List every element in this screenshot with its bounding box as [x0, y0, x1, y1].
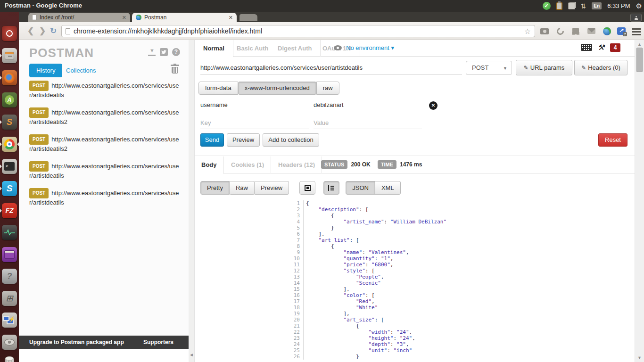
reset-button[interactable]: Reset [598, 133, 627, 147]
apps-extension-icon[interactable] [571, 26, 580, 36]
system-monitor-icon[interactable] [2, 225, 17, 240]
view-pretty-button[interactable]: Pretty [200, 181, 230, 195]
tab-normal[interactable]: Normal [195, 40, 233, 57]
ubuntu-dash-icon[interactable] [2, 26, 17, 41]
network-arrows-icon[interactable]: ⇅ [581, 3, 586, 9]
delete-param-icon[interactable]: ✕ [429, 101, 438, 110]
view-raw-button[interactable]: Raw [230, 181, 255, 195]
analytics-extension-icon[interactable]: ? [617, 26, 626, 36]
tab-form-data[interactable]: form-data [198, 82, 238, 95]
media-app-icon[interactable] [2, 247, 17, 262]
new-tab-button[interactable] [239, 14, 257, 21]
clipboard-icon[interactable] [556, 2, 562, 10]
scroll-down-icon[interactable]: ▼ [637, 355, 642, 360]
chrome-icon[interactable] [2, 137, 17, 152]
screenshot-extension-icon[interactable] [555, 26, 565, 36]
tab-close-icon[interactable]: ✕ [122, 15, 126, 21]
back-icon[interactable]: ❮ [27, 26, 34, 36]
clock[interactable]: 6:33 PM [607, 2, 630, 9]
line-number: 17 [291, 298, 304, 304]
scroll-up-icon[interactable]: ▲ [637, 42, 642, 47]
url-params-button[interactable]: ✎URL params [516, 60, 572, 75]
menu-icon[interactable] [632, 26, 641, 36]
history-item[interactable]: POSThttp://www.eastonartgalleries.com/se… [29, 107, 181, 126]
notes-icon[interactable] [568, 2, 575, 9]
new-value-input[interactable] [314, 117, 422, 129]
browser-tab-postman[interactable]: Postman ✕ [132, 13, 237, 22]
fullscreen-button[interactable] [299, 181, 315, 195]
collapse-sidebar-icon[interactable]: ◄ [189, 352, 194, 357]
response-body-code[interactable]: 1{2 "description": [3 {4 "artist_name": … [291, 200, 631, 360]
download-icon[interactable] [148, 49, 156, 56]
sidebar-resize-gutter[interactable]: ◄ [189, 40, 195, 362]
line-number: 12 [291, 268, 304, 274]
tab-collections[interactable]: Collections [66, 67, 96, 74]
tab-headers[interactable]: Headers (12) [272, 156, 322, 173]
disk-utility-icon[interactable] [2, 335, 17, 350]
trash-icon[interactable] [2, 356, 17, 362]
new-key-input[interactable] [200, 117, 309, 129]
sublime-text-icon[interactable]: S [2, 115, 17, 130]
method-select[interactable]: POST▼ [466, 61, 512, 75]
view-preview-button[interactable]: Preview [255, 181, 289, 195]
history-item[interactable]: POSThttp://www.eastonartgalleries.com/se… [29, 188, 181, 207]
tab-cookies[interactable]: Cookies (1) [224, 156, 271, 173]
preview-button[interactable]: Preview [227, 133, 260, 147]
tab-close-icon[interactable]: ✕ [229, 15, 233, 21]
forward-icon[interactable]: ❯ [39, 26, 46, 36]
camera-extension-icon[interactable] [540, 26, 549, 36]
profile-avatar-button[interactable] [630, 14, 642, 22]
firefox-icon[interactable] [2, 70, 17, 85]
browser-tab-index-of-root[interactable]: Index of /root/ ✕ [28, 13, 130, 22]
keyboard-layout-indicator[interactable]: En [592, 2, 602, 9]
tab-raw[interactable]: raw [316, 82, 339, 95]
history-url: http://www.eastonartgalleries.com/servic… [29, 163, 179, 179]
format-json-button[interactable]: JSON [346, 181, 375, 195]
scrollbar-thumb[interactable] [636, 48, 643, 72]
remote-desktop-icon[interactable]: ⚡ [2, 313, 17, 328]
upgrade-link[interactable]: Upgrade to Postman packaged app [29, 339, 124, 346]
twitter-icon[interactable] [160, 48, 168, 56]
file-manager-icon[interactable] [2, 48, 17, 63]
tab-digest-auth[interactable]: Digest Auth [269, 40, 321, 57]
help-icon[interactable]: ? [172, 48, 180, 56]
keyboard-shortcuts-icon[interactable] [581, 44, 592, 51]
mail-extension-icon[interactable] [586, 26, 596, 36]
url-text[interactable]: chrome-extension://mkhojklkhkdaghjjfdnph… [74, 27, 521, 35]
add-to-collection-button[interactable]: Add to collection [263, 133, 319, 147]
supporters-link[interactable]: Supporters [143, 339, 173, 346]
history-item[interactable]: POSThttp://www.eastonartgalleries.com/se… [29, 81, 181, 99]
terminal-icon[interactable]: >_ [2, 159, 17, 174]
history-item[interactable]: POSThttp://www.eastonartgalleries.com/se… [29, 161, 181, 180]
settings-tools-icon[interactable]: ⚒ [598, 43, 604, 52]
param-key-input[interactable] [200, 99, 309, 111]
android-studio-icon[interactable]: A [2, 92, 17, 107]
collapse-all-button[interactable] [323, 181, 339, 195]
tab-body[interactable]: Body [195, 156, 224, 174]
filezilla-icon[interactable]: FZ [2, 203, 17, 218]
unknown-app-icon[interactable]: ? [2, 269, 17, 284]
notification-badge[interactable]: 4 [610, 43, 620, 52]
session-gear-icon[interactable]: ⚙ [636, 2, 642, 10]
request-url-input[interactable] [200, 61, 462, 74]
globe-extension-icon[interactable] [602, 26, 611, 36]
param-value-input[interactable] [314, 99, 422, 111]
workspace-switcher-icon[interactable]: ⊞ [2, 291, 17, 306]
fullscreen-icon [305, 185, 311, 191]
tab-history[interactable]: History [29, 64, 62, 77]
clear-history-trash-icon[interactable] [171, 65, 179, 74]
headers-button[interactable]: ✎Headers (0) [574, 60, 627, 75]
environment-selector[interactable]: No environment ▾ [346, 44, 394, 51]
history-item[interactable]: POSThttp://www.eastonartgalleries.com/se… [29, 134, 181, 153]
reload-icon[interactable]: ↻ [50, 26, 57, 36]
edit-icon: ✎ [524, 65, 528, 71]
omnibox[interactable]: chrome-extension://mkhojklkhkdaghjjfdnph… [61, 25, 535, 37]
skype-icon[interactable]: S [2, 181, 17, 196]
line-number: 6 [291, 231, 304, 237]
format-xml-button[interactable]: XML [375, 181, 401, 195]
send-button[interactable]: Send [200, 133, 224, 147]
bookmark-star-icon[interactable]: ☆ [524, 27, 531, 36]
scrollbar[interactable]: ▲ ▼ [635, 40, 644, 362]
tab-x-www-form-urlencoded[interactable]: x-www-form-urlencoded [238, 82, 316, 95]
skype-status-icon[interactable]: ✓ [543, 2, 551, 10]
